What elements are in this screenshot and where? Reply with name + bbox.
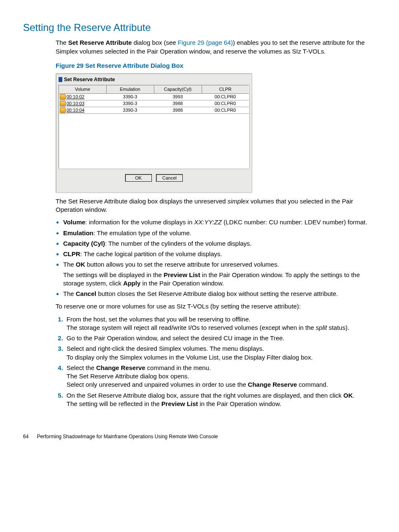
col-clpr[interactable]: CLPR [202, 85, 249, 93]
page-footer: 64 Performing ShadowImage for Mainframe … [23, 433, 376, 440]
col-capacity[interactable]: Capacity(Cyl) [154, 85, 202, 93]
list-item: Select and right-click the desired Simpl… [65, 344, 376, 362]
table-row[interactable]: 00:10:02 3390-3399300:CLPR0 [59, 94, 249, 100]
cancel-button[interactable]: Cancel [156, 174, 183, 182]
list-item: The Cancel button closes the Set Reserve… [63, 290, 376, 298]
section-heading: Setting the Reserve Attribute [23, 21, 376, 34]
volumes-table: Volume Emulation Capacity(Cyl) CLPR 00:1… [58, 85, 250, 169]
ok-button[interactable]: OK [125, 174, 152, 182]
list-item: On the Set Reserve Attribute dialog box,… [65, 391, 376, 409]
volume-icon [60, 108, 66, 113]
body-text: The Set Reserve Attribute dialog box dis… [56, 197, 376, 214]
field-description-list: Volume: information for the volume displ… [56, 218, 376, 298]
volume-icon [60, 101, 66, 106]
col-emulation[interactable]: Emulation [106, 85, 154, 93]
table-row[interactable]: 00:10:04 3390-3398800:CLPR0 [59, 107, 249, 113]
table-row[interactable]: 00:10:03 3390-3398800:CLPR0 [59, 100, 249, 107]
list-item: From the host, set the volumes that you … [65, 315, 376, 332]
title-bar-icon [59, 77, 62, 82]
list-item: Volume: information for the volume displ… [63, 218, 376, 226]
list-item: Go to the Pair Operation window, and sel… [65, 334, 376, 342]
list-item: Capacity (Cyl): The number of the cylind… [63, 239, 376, 248]
volume-icon [60, 94, 66, 100]
col-volume[interactable]: Volume [59, 85, 106, 93]
list-item: Emulation: The emulation type of the vol… [63, 229, 376, 237]
intro-paragraph: The Set Reserve Attribute dialog box (se… [56, 39, 376, 56]
procedure-list: From the host, set the volumes that you … [56, 315, 376, 409]
chapter-title: Performing ShadowImage for Mainframe Ope… [37, 434, 218, 439]
list-item: The OK button allows you to set the rese… [63, 260, 376, 288]
list-item: Select the Change Reserve command in the… [65, 364, 376, 389]
body-text: To reserve one or more volumes for use a… [56, 302, 376, 311]
list-item: CLPR: The cache logical partition of the… [63, 250, 376, 258]
figure-caption: Figure 29 Set Reserve Attribute Dialog B… [56, 62, 376, 70]
dialog-title: Set Reserve Attribute [56, 74, 252, 85]
page-number: 64 [23, 433, 36, 440]
figure-xref-link[interactable]: Figure 29 (page 64) [178, 39, 233, 46]
set-reserve-attribute-dialog: Set Reserve Attribute Volume Emulation C… [56, 73, 252, 193]
